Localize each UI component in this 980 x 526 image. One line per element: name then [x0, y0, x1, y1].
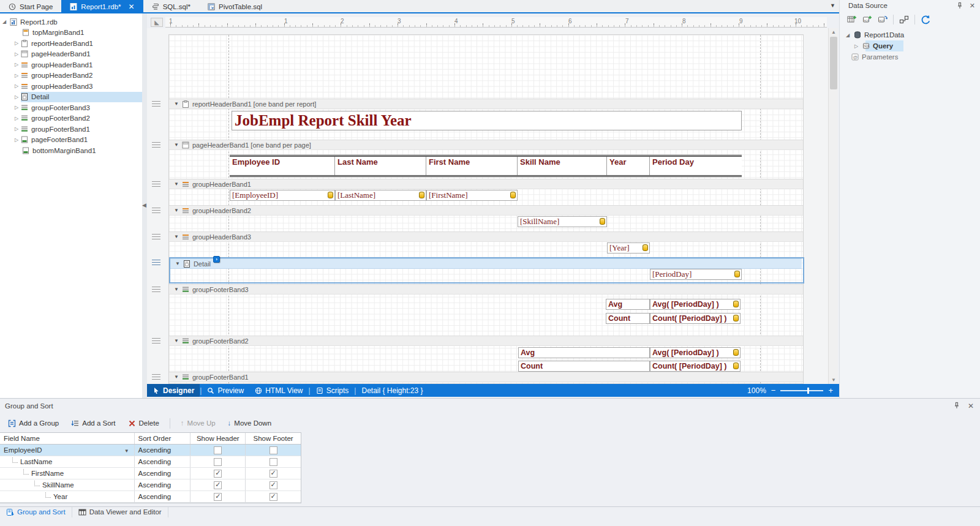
expander-icon[interactable]: ◢ [1, 19, 7, 24]
close-panel-icon[interactable]: ✕ [970, 2, 975, 10]
show-header-checkbox[interactable] [214, 493, 222, 501]
tab-sql-sql[interactable]: SQL.sql* [143, 0, 199, 13]
tree-item-groupheaderband1[interactable]: ▷groupHeaderBand1 [0, 59, 142, 70]
avg-label-cell[interactable]: Avg [518, 347, 650, 358]
collapse-band-icon[interactable]: ▼ [174, 287, 179, 292]
smart-tag-icon[interactable]: › [213, 256, 220, 263]
column-header[interactable]: Sort Order [135, 433, 191, 444]
column-header-cell[interactable]: Last Name [335, 157, 426, 175]
avg-expression-cell[interactable]: Avg( [PeriodDay] ) [650, 299, 741, 310]
delete-button[interactable]: Delete [124, 418, 164, 429]
field-periodday[interactable]: [PeriodDay] [650, 269, 742, 280]
sidebar-splitter[interactable]: ◀ [142, 13, 147, 398]
pin-icon[interactable] [956, 2, 963, 9]
zoom-slider-thumb[interactable] [807, 388, 809, 394]
show-header-checkbox[interactable] [214, 481, 222, 489]
column-header-cell[interactable]: Skill Name [518, 157, 607, 175]
tree-item-groupheaderband3[interactable]: ▷groupHeaderBand3 [0, 81, 142, 92]
avg-label-cell[interactable]: Avg [606, 299, 650, 310]
report-title-textbox[interactable]: JobEmpl Report Skill Year [232, 111, 742, 130]
column-header[interactable]: Field Name [0, 433, 135, 444]
move-up-button[interactable]: ↑ Move Up [176, 418, 220, 428]
show-header-checkbox[interactable] [214, 446, 222, 454]
expander-icon[interactable]: ▷ [13, 116, 20, 121]
column-header-cell[interactable]: First Name [426, 157, 518, 175]
band-handle[interactable] [152, 374, 160, 380]
field-name-cell[interactable]: SkillName [0, 479, 135, 490]
column-header-cell[interactable]: Employee ID [230, 157, 335, 175]
add-group-button[interactable]: Add a Group [4, 418, 63, 429]
tab-overflow-chevron-icon[interactable]: ▼ [830, 2, 835, 9]
scroll-down-icon[interactable]: ▼ [829, 377, 839, 383]
close-tab-icon[interactable]: ✕ [129, 2, 135, 11]
table-row[interactable]: Year Ascending [0, 491, 301, 503]
expander-icon[interactable]: ▷ [13, 51, 20, 57]
column-header-cell[interactable]: Period Day [650, 157, 742, 175]
view-button-preview[interactable]: Preview [202, 384, 249, 397]
tree-item-report1data[interactable]: ◢ Report1Data [840, 29, 980, 40]
tree-item-groupheaderband2[interactable]: ▷groupHeaderBand2 [0, 70, 142, 81]
collapse-band-icon[interactable]: ▼ [175, 261, 180, 266]
sort-order-cell[interactable]: Ascending [135, 456, 191, 467]
show-header-checkbox[interactable] [214, 458, 222, 466]
band-handle[interactable] [152, 181, 160, 187]
tree-item-query[interactable]: ▷ Query [840, 40, 980, 51]
pin-icon[interactable] [953, 402, 960, 409]
field-employeeid[interactable]: [EmployeeID] [230, 190, 335, 201]
count-label-cell[interactable]: Count [518, 361, 650, 372]
field-name-cell[interactable]: LastName [0, 456, 135, 467]
field-lastname[interactable]: [LastName] [335, 190, 426, 201]
count-label-cell[interactable]: Count [606, 313, 650, 324]
scroll-up-icon[interactable]: ▲ [829, 29, 839, 35]
show-header-checkbox[interactable] [214, 470, 222, 478]
show-footer-checkbox[interactable] [270, 470, 277, 478]
add-query-icon[interactable] [862, 15, 872, 24]
view-button-html-view[interactable]: HTML View [249, 384, 308, 397]
column-header[interactable]: Show Footer [246, 433, 301, 444]
show-footer-checkbox[interactable] [270, 493, 277, 501]
expander-icon[interactable]: ▷ [13, 126, 20, 132]
band-bar-groupfooterband2[interactable]: ▼ groupFooterBand2 [169, 336, 803, 346]
zoom-in-button[interactable]: + [828, 386, 833, 395]
tree-item-groupfooterband1[interactable]: ▷groupFooterBand1 [0, 124, 142, 135]
rebuild-query-icon[interactable] [878, 15, 888, 24]
table-row[interactable]: EmployeeID▼ Ascending [0, 445, 301, 456]
tab-pivottable-sql[interactable]: PivotTable.sql [199, 0, 271, 13]
show-footer-checkbox[interactable] [270, 458, 277, 466]
tree-item-pagefooterband1[interactable]: ▷pageFooterBand1 [0, 135, 142, 146]
band-handle[interactable] [152, 101, 160, 107]
table-row[interactable]: FirstName Ascending [0, 468, 301, 479]
field-skillname[interactable]: [SkillName] [518, 216, 607, 227]
count-expression-cell[interactable]: Count( [PeriodDay] ) [650, 313, 741, 324]
collapse-band-icon[interactable]: ▼ [174, 181, 179, 187]
tab-report1-rdb[interactable]: Report1.rdb* ✕ [61, 0, 143, 13]
avg-expression-cell[interactable]: Avg( [PeriodDay] ) [650, 347, 741, 358]
band-bar-groupheaderband3[interactable]: ▼ groupHeaderBand3 [169, 231, 803, 242]
expander-icon[interactable]: ◢ [845, 32, 851, 38]
band-handle-detail[interactable] [152, 260, 160, 266]
sort-order-cell[interactable]: Ascending [135, 479, 191, 490]
expander-icon[interactable]: ▷ [13, 94, 20, 100]
column-header-cell[interactable]: Year [607, 157, 650, 175]
tree-item-pageheaderband1[interactable]: ▷pageHeaderBand1 [0, 49, 142, 60]
show-footer-checkbox[interactable] [270, 481, 277, 489]
tree-item-bottommarginband1[interactable]: bottomMarginBand1 [0, 145, 142, 156]
band-bar-detail[interactable]: ▼ Detail › [170, 258, 802, 269]
close-panel-icon[interactable]: ✕ [968, 402, 974, 410]
tab-data-viewer-and-editor[interactable]: Data Viewer and Editor [72, 507, 168, 517]
expander-icon[interactable]: ▷ [13, 40, 20, 46]
collapse-sidebar-icon[interactable]: ◀ [142, 202, 146, 208]
tree-item-groupfooterband2[interactable]: ▷groupFooterBand2 [0, 113, 142, 124]
band-handle[interactable] [152, 142, 160, 148]
collapse-band-icon[interactable]: ▼ [174, 234, 179, 239]
move-down-button[interactable]: ↓ Move Down [224, 418, 276, 428]
refresh-icon[interactable] [921, 15, 930, 24]
field-name-cell[interactable]: FirstName [0, 468, 135, 479]
band-handle[interactable] [152, 287, 160, 293]
dropdown-icon[interactable]: ▼ [124, 448, 129, 454]
expander-icon[interactable]: ▷ [13, 137, 20, 143]
band-handle[interactable] [152, 234, 160, 240]
sort-order-cell[interactable]: Ascending [135, 491, 191, 502]
field-name-cell[interactable]: EmployeeID▼ [0, 445, 135, 456]
count-expression-cell[interactable]: Count( [PeriodDay] ) [650, 361, 741, 372]
